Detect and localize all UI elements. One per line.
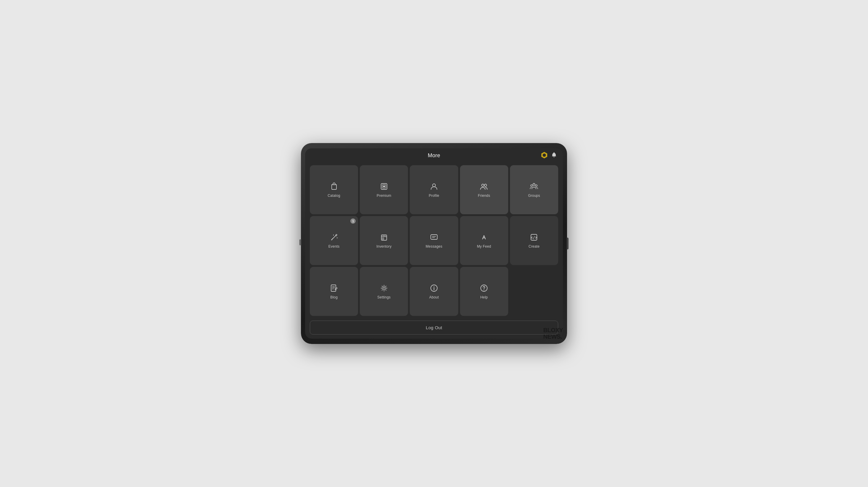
grid-row-2: 1 Events <box>310 216 558 265</box>
bell-svg-icon <box>551 152 557 158</box>
svg-point-7 <box>484 184 487 187</box>
inventory-icon <box>379 233 389 242</box>
profile-label: Profile <box>429 194 439 198</box>
groups-icon <box>529 182 539 191</box>
help-icon <box>479 283 489 293</box>
create-button[interactable]: </> Create <box>510 216 558 265</box>
svg-rect-16 <box>381 235 387 240</box>
empty-slot <box>510 267 558 316</box>
catalog-button[interactable]: Catalog <box>310 165 358 214</box>
inventory-label: Inventory <box>376 245 392 249</box>
svg-point-6 <box>482 184 484 187</box>
svg-rect-18 <box>431 235 437 239</box>
myfeed-icon <box>479 233 489 242</box>
friends-label: Friends <box>478 194 490 198</box>
blog-icon <box>329 283 339 293</box>
friends-icon <box>479 182 489 191</box>
friends-button[interactable]: Friends <box>460 165 508 214</box>
svg-point-31 <box>434 286 434 287</box>
page-title: More <box>428 153 440 159</box>
svg-point-9 <box>531 185 532 187</box>
premium-button[interactable]: Premium <box>360 165 408 214</box>
settings-icon <box>379 283 389 293</box>
groups-label: Groups <box>528 194 540 198</box>
svg-point-33 <box>484 290 484 290</box>
header: More <box>305 148 563 163</box>
blog-button[interactable]: Blog <box>310 267 358 316</box>
groups-button[interactable]: Groups <box>510 165 558 214</box>
events-icon <box>329 233 339 242</box>
messages-button[interactable]: Messages <box>410 216 458 265</box>
svg-point-28 <box>383 287 385 289</box>
about-icon <box>429 283 439 293</box>
profile-icon <box>429 182 439 191</box>
inventory-button[interactable]: Inventory <box>360 216 408 265</box>
bell-icon[interactable] <box>551 152 557 159</box>
grid-row-1: Catalog Premium P <box>310 165 558 214</box>
premium-icon <box>379 182 389 191</box>
create-icon: </> <box>529 233 539 242</box>
logout-area: Log Out <box>305 318 563 339</box>
grid-container: Catalog Premium P <box>305 163 563 318</box>
blog-label: Blog <box>330 295 338 299</box>
svg-rect-24 <box>331 285 336 291</box>
svg-point-8 <box>533 184 535 186</box>
svg-point-10 <box>535 185 537 187</box>
watermark: BLOXY NEWS. <box>544 327 563 340</box>
help-button[interactable]: Help <box>460 267 508 316</box>
side-button-left <box>300 239 301 245</box>
events-label: Events <box>329 245 340 249</box>
svg-rect-17 <box>382 238 384 239</box>
about-label: About <box>429 295 439 299</box>
catalog-icon <box>329 182 339 191</box>
robux-hex-icon <box>540 151 548 159</box>
side-button-right <box>567 237 568 250</box>
settings-label: Settings <box>377 295 391 299</box>
myfeed-button[interactable]: My Feed <box>460 216 508 265</box>
svg-point-1 <box>543 153 546 157</box>
premium-label: Premium <box>377 194 391 198</box>
grid-row-3: Blog Settings Abo <box>310 267 558 316</box>
svg-point-12 <box>335 235 336 236</box>
create-label: Create <box>529 245 539 249</box>
events-button[interactable]: 1 Events <box>310 216 358 265</box>
catalog-label: Catalog <box>328 194 340 198</box>
settings-button[interactable]: Settings <box>360 267 408 316</box>
svg-point-5 <box>433 184 435 187</box>
messages-icon <box>429 233 439 242</box>
help-label: Help <box>480 295 488 299</box>
about-button[interactable]: About <box>410 267 458 316</box>
tablet-screen: More <box>305 148 563 339</box>
profile-button[interactable]: Profile <box>410 165 458 214</box>
myfeed-label: My Feed <box>477 245 491 249</box>
tablet-shell: More <box>301 143 567 344</box>
svg-rect-4 <box>383 186 385 187</box>
messages-label: Messages <box>426 245 442 249</box>
robux-icon[interactable] <box>540 151 548 160</box>
svg-text:</>: </> <box>531 235 538 240</box>
logout-button[interactable]: Log Out <box>310 321 558 334</box>
header-icons <box>540 151 557 160</box>
events-badge: 1 <box>350 218 355 224</box>
